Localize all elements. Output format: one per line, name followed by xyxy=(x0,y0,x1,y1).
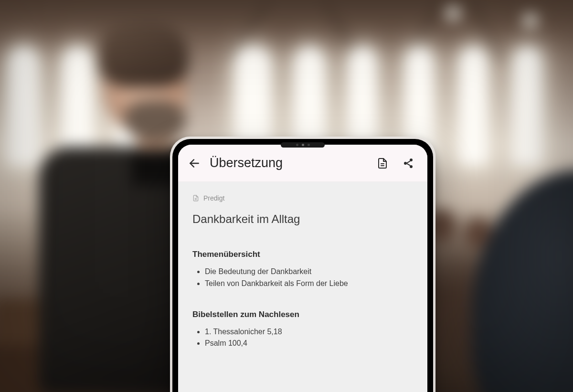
share-icon xyxy=(403,158,414,169)
category-label: Predigt xyxy=(203,194,224,202)
app-header: Übersetzung xyxy=(178,145,427,182)
tablet-bezel: Übersetzung Predigt Dankbarkeit im Allta… xyxy=(172,139,433,392)
page-title: Dankbarkeit im Alltag xyxy=(192,212,413,226)
document-small-icon xyxy=(192,195,199,201)
svg-point-4 xyxy=(404,162,407,165)
back-button[interactable] xyxy=(184,153,205,174)
list-item: Psalm 100,4 xyxy=(205,338,413,350)
scene: Übersetzung Predigt Dankbarkeit im Allta… xyxy=(0,0,573,392)
section-heading-topics: Themenübersicht xyxy=(192,250,413,259)
arrow-left-icon xyxy=(188,157,201,170)
content-area: Predigt Dankbarkeit im Alltag Themenüber… xyxy=(178,182,427,392)
list-item: Teilen von Dankbarkeit als Form der Lieb… xyxy=(205,278,413,290)
app-title: Übersetzung xyxy=(210,156,283,170)
document-button[interactable] xyxy=(372,153,393,174)
share-button[interactable] xyxy=(398,153,419,174)
section-heading-verses: Bibelstellen zum Nachlesen xyxy=(192,310,413,319)
tablet-frame: Übersetzung Predigt Dankbarkeit im Allta… xyxy=(170,137,435,392)
category-row: Predigt xyxy=(192,194,413,202)
verses-list: 1. Thessalonicher 5,18 Psalm 100,4 xyxy=(192,326,413,350)
document-icon xyxy=(377,158,388,169)
tablet-screen: Übersetzung Predigt Dankbarkeit im Allta… xyxy=(178,145,427,392)
list-item: 1. Thessalonicher 5,18 xyxy=(205,326,413,338)
tablet-notch xyxy=(281,142,325,148)
topics-list: Die Bedeutung der Dankbarkeit Teilen von… xyxy=(192,266,413,290)
list-item: Die Bedeutung der Dankbarkeit xyxy=(205,266,413,278)
svg-point-5 xyxy=(410,165,413,168)
svg-point-3 xyxy=(410,159,413,161)
